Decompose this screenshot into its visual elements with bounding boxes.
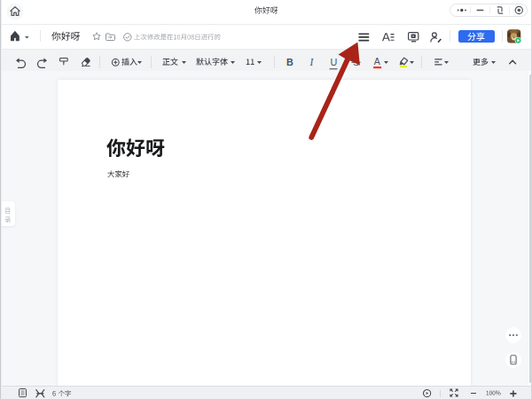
svg-text:A: A [374, 56, 380, 66]
svg-text:B: B [286, 57, 293, 67]
